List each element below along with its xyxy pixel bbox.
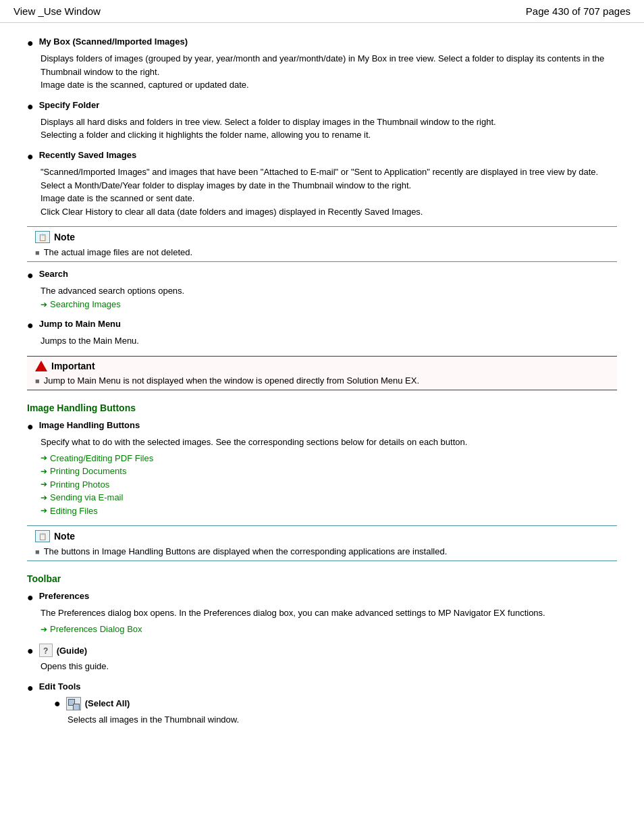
item-preferences-desc: The Preferences dialog box opens. In the…: [41, 608, 545, 618]
item-image-handling-desc: Specify what to do with the selected ima…: [41, 437, 467, 447]
item-select-all: ● (Select All) Selects all images in the…: [54, 697, 617, 727]
printing-photos-label: Printing Photos: [50, 478, 109, 492]
header-title: View _Use Window: [14, 5, 101, 17]
select-all-icon: [66, 697, 81, 710]
item-preferences-title: Preferences: [39, 591, 89, 601]
bullet-dot-8: ●: [27, 644, 34, 657]
item-search: ● Search The advanced search options ope…: [27, 269, 617, 311]
bullet-dot-5: ●: [27, 319, 34, 332]
item-edit-tools-body: ● (Select All) Selects all images in the…: [41, 697, 617, 727]
item-preferences-body: The Preferences dialog box opens. In the…: [41, 606, 617, 635]
item-image-handling-body: Specify what to do with the selected ima…: [41, 436, 617, 517]
item-recently-saved-title: Recently Saved Images: [39, 150, 137, 160]
item-jump-body: Jumps to the Main Menu.: [41, 334, 617, 348]
important-text: Jump to Main Menu is not displayed when …: [44, 375, 419, 386]
bullet-dot: ●: [27, 36, 34, 49]
item-select-all-desc: Selects all images in the Thumbnail wind…: [68, 714, 239, 725]
item-my-box-title: My Box (Scanned/Imported Images): [39, 36, 188, 47]
item-jump-desc: Jumps to the Main Menu.: [41, 336, 139, 346]
item-specify-folder-title: Specify Folder: [39, 100, 100, 110]
preferences-dialog-label: Preferences Dialog Box: [50, 623, 142, 636]
note-icon-2: 📋: [35, 530, 50, 542]
bullet-dot-9: ●: [27, 681, 34, 694]
important-label: Important: [51, 361, 95, 371]
item-search-body: The advanced search options opens. Searc…: [41, 284, 617, 311]
item-select-all-body: Selects all images in the Thumbnail wind…: [68, 713, 617, 727]
printing-documents-link[interactable]: Printing Documents: [41, 465, 617, 478]
important-triangle-icon: [35, 361, 47, 371]
important-header: Important: [35, 361, 609, 371]
editing-files-link[interactable]: Editing Files: [41, 504, 617, 518]
item-image-handling-title: Image Handling Buttons: [39, 420, 140, 430]
creating-pdf-label: Creating/Editing PDF Files: [50, 452, 153, 465]
editing-files-label: Editing Files: [50, 504, 98, 518]
item-guide-desc: Opens this guide.: [41, 661, 109, 671]
note-body-2: ■ The buttons in Image Handling Buttons …: [35, 546, 609, 556]
note-text-1: The actual image files are not deleted.: [44, 247, 192, 257]
item-jump-title: Jump to Main Menu: [39, 319, 121, 329]
searching-images-label: Searching Images: [50, 298, 121, 311]
item-image-handling: ● Image Handling Buttons Specify what to…: [27, 420, 617, 517]
item-guide-body: Opens this guide.: [41, 660, 617, 673]
bullet-dot-3: ●: [27, 150, 34, 163]
sending-email-link[interactable]: Sending via E-mail: [41, 491, 617, 504]
bullet-dot-2: ●: [27, 100, 34, 113]
item-preferences: ● Preferences The Preferences dialog box…: [27, 591, 617, 635]
note-body-1: ■ The actual image files are not deleted…: [35, 247, 609, 257]
item-specify-folder-body: Displays all hard disks and folders in t…: [41, 115, 617, 142]
header-bar: View _Use Window Page 430 of 707 pages: [0, 0, 644, 23]
item-my-box-body: Displays folders of images (grouped by y…: [41, 52, 617, 92]
item-select-all-title: (Select All): [85, 697, 130, 710]
note-bullet-1: ■: [35, 249, 40, 257]
printing-photos-link[interactable]: Printing Photos: [41, 478, 617, 492]
bullet-dot-6: ●: [27, 420, 34, 433]
bullet-dot-10: ●: [54, 697, 61, 710]
guide-icon: ?: [39, 644, 53, 657]
note-icon-1: 📋: [35, 231, 50, 243]
edit-tools-sublist: ● (Select All) Selects all images in the…: [54, 697, 617, 727]
section-image-handling-heading: Image Handling Buttons: [27, 402, 617, 413]
item-my-box: ● My Box (Scanned/Imported Images) Displ…: [27, 36, 617, 92]
important-box: Important ■ Jump to Main Menu is not dis…: [27, 356, 617, 390]
important-bullet: ■: [35, 377, 40, 385]
item-jump: ● Jump to Main Menu Jumps to the Main Me…: [27, 319, 617, 348]
searching-images-link[interactable]: Searching Images: [41, 298, 617, 311]
note-label-2: Note: [54, 531, 75, 542]
header-page: Page 430 of 707 pages: [526, 5, 630, 17]
item-recently-saved: ● Recently Saved Images "Scanned/Importe…: [27, 150, 617, 218]
item-search-title: Search: [39, 269, 68, 279]
note-label-1: Note: [54, 232, 75, 242]
note-text-2: The buttons in Image Handling Buttons ar…: [44, 546, 448, 556]
item-recently-saved-body: "Scanned/Imported Images" and images tha…: [41, 165, 617, 218]
note-bullet-2: ■: [35, 548, 40, 556]
note-header-1: 📋 Note: [35, 231, 609, 243]
creating-pdf-link[interactable]: Creating/Editing PDF Files: [41, 452, 153, 465]
item-specify-folder: ● Specify Folder Displays all hard disks…: [27, 100, 617, 142]
important-body: ■ Jump to Main Menu is not displayed whe…: [35, 375, 609, 386]
section-toolbar-heading: Toolbar: [27, 573, 617, 584]
note-box-2: 📋 Note ■ The buttons in Image Handling B…: [27, 525, 617, 561]
item-search-desc: The advanced search options opens.: [41, 286, 184, 296]
main-content: ● My Box (Scanned/Imported Images) Displ…: [0, 30, 644, 748]
item-edit-tools: ● Edit Tools ● (Select All) Selects all …: [27, 681, 617, 727]
item-guide: ● ? (Guide) Opens this guide.: [27, 644, 617, 673]
sending-email-label: Sending via E-mail: [50, 491, 123, 504]
printing-documents-label: Printing Documents: [50, 465, 126, 478]
preferences-dialog-link[interactable]: Preferences Dialog Box: [41, 623, 142, 636]
item-edit-tools-title: Edit Tools: [39, 681, 81, 692]
bullet-dot-4: ●: [27, 269, 34, 282]
item-guide-title: (Guide): [57, 646, 88, 656]
note-box-1: 📋 Note ■ The actual image files are not …: [27, 226, 617, 262]
bullet-dot-7: ●: [27, 591, 34, 604]
note-header-2: 📋 Note: [35, 530, 609, 542]
